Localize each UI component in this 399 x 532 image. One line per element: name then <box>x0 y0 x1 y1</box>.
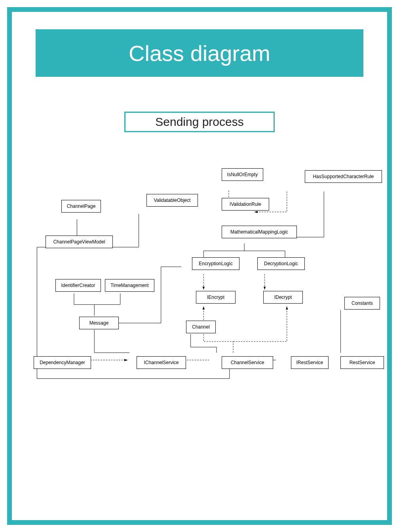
box-irestservice: IRestService <box>291 356 329 369</box>
page-border: Class diagram Sending process <box>7 7 392 525</box>
box-encryptionlogic: EncryptionLogic <box>192 257 239 270</box>
box-mathematicalmappinglogic: MathematicalMappingLogic <box>222 226 297 238</box>
box-channelpage: ChannelPage <box>61 200 101 213</box>
diagram-area: IsNullOrEmpty HasSupportedCharacterRule … <box>28 162 371 439</box>
box-restservice: RestService <box>340 356 384 369</box>
box-channel: Channel <box>186 321 216 333</box>
box-dependencymanager: DependencyManager <box>34 356 91 369</box>
box-iencrypt: IEncrypt <box>196 291 236 304</box>
box-isnullorempty: IsNullOrEmpty <box>222 168 263 181</box>
box-ivalidationrule: IValidationRule <box>222 198 269 211</box>
box-decryptionlogic: DecryptionLogic <box>257 257 305 270</box>
subtitle-text: Sending process <box>155 115 243 129</box>
title-bar: Class diagram <box>36 29 363 77</box>
box-validatableobject: ValidatableObject <box>146 194 198 207</box>
title-text: Class diagram <box>129 40 270 66</box>
box-message: Message <box>79 317 119 329</box>
box-constants: Constants <box>344 297 380 310</box>
box-channelpageviewmodel: ChannelPageViewModel <box>46 236 113 248</box>
subtitle-box: Sending process <box>124 112 275 132</box>
box-hassupportedcharacterrule: HasSupportedCharacterRule <box>305 170 382 183</box>
box-channelservice: ChannelService <box>222 356 273 369</box>
box-timemanagement: TimeManagement <box>105 279 154 292</box>
box-idecrypt: IDecrypt <box>263 291 303 304</box>
box-ichannelservice: IChannelService <box>137 356 186 369</box>
box-identifiercreator: IdentifierCreator <box>55 279 101 292</box>
